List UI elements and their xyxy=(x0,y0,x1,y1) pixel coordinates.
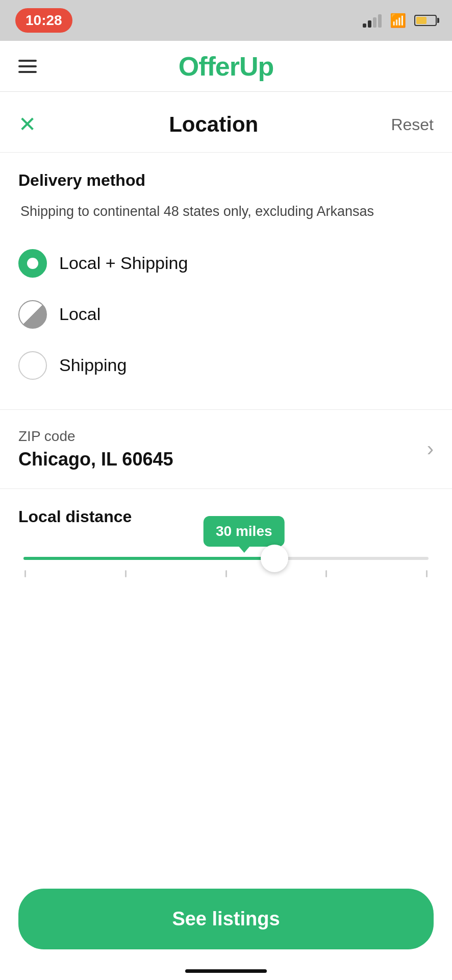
radio-local-icon xyxy=(18,300,47,329)
slider-tooltip: 30 miles xyxy=(204,516,285,547)
signal-icon xyxy=(363,13,382,28)
hamburger-menu-button[interactable] xyxy=(18,60,37,73)
radio-local-shipping-label: Local + Shipping xyxy=(59,253,188,273)
radio-option-shipping[interactable]: Shipping xyxy=(18,340,434,391)
main-content: ✕ Location Reset Delivery method Shippin… xyxy=(0,92,452,980)
battery-icon xyxy=(414,15,437,26)
status-time: 10:28 xyxy=(15,8,72,33)
slider-tick xyxy=(225,570,227,577)
reset-button[interactable]: Reset xyxy=(391,115,434,134)
nav-bar: OfferUp xyxy=(0,41,452,92)
home-indicator xyxy=(185,969,267,973)
slider-track[interactable] xyxy=(23,557,429,560)
radio-local-shipping-icon xyxy=(18,249,47,278)
slider-tick xyxy=(325,570,327,577)
radio-local-label: Local xyxy=(59,304,101,324)
zip-code-info: ZIP code Chicago, IL 60645 xyxy=(18,428,173,470)
close-button[interactable]: ✕ xyxy=(18,114,36,135)
see-listings-button[interactable]: See listings xyxy=(18,889,434,949)
page-title: Location xyxy=(169,112,258,137)
local-distance-section: Local distance 30 miles xyxy=(0,489,452,598)
wifi-icon: 📶 xyxy=(390,13,406,29)
slider-tick xyxy=(125,570,127,577)
shipping-note: Shipping to continental 48 states only, … xyxy=(18,202,434,222)
radio-option-local-shipping[interactable]: Local + Shipping xyxy=(18,238,434,289)
location-header: ✕ Location Reset xyxy=(0,92,452,152)
status-bar: 10:28 📶 xyxy=(0,0,452,41)
distance-slider-container: 30 miles xyxy=(23,557,429,577)
slider-fill xyxy=(23,557,274,560)
status-icons: 📶 xyxy=(363,13,437,29)
delivery-method-title: Delivery method xyxy=(18,171,434,190)
slider-tick xyxy=(24,570,26,577)
delivery-method-section: Delivery method Shipping to continental … xyxy=(0,153,452,409)
radio-shipping-icon xyxy=(18,351,47,380)
radio-shipping-label: Shipping xyxy=(59,355,127,375)
chevron-right-icon: › xyxy=(427,437,434,460)
zip-code-section[interactable]: ZIP code Chicago, IL 60645 › xyxy=(0,409,452,489)
radio-option-local[interactable]: Local xyxy=(18,289,434,340)
zip-code-label: ZIP code xyxy=(18,428,173,445)
slider-thumb[interactable] xyxy=(261,545,288,572)
zip-code-value: Chicago, IL 60645 xyxy=(18,449,173,470)
offerup-logo: OfferUp xyxy=(179,51,274,82)
slider-ticks xyxy=(23,570,429,577)
slider-tick xyxy=(426,570,428,577)
